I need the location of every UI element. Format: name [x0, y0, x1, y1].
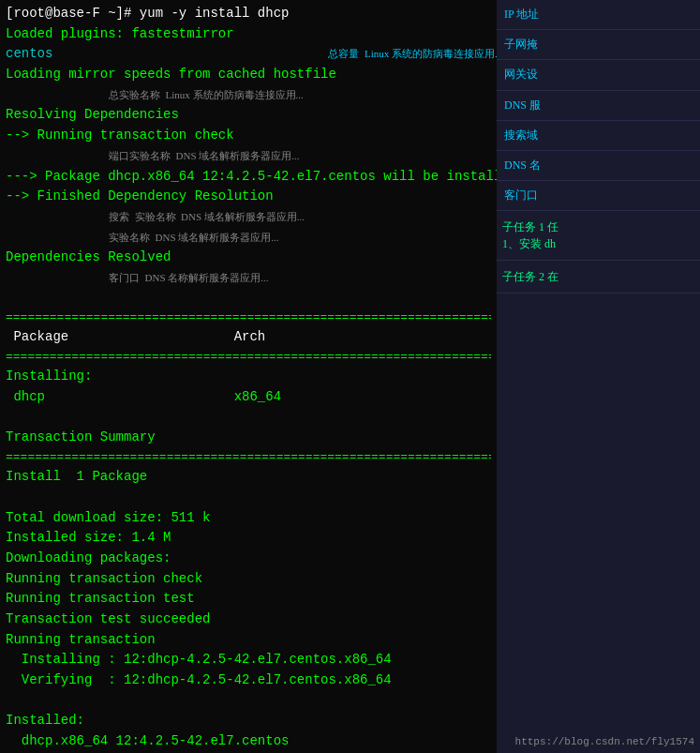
installed-size: Installed size: 1.4 M	[6, 528, 491, 549]
sidebar-panel: IP 地址 子网掩 网关设 DNS 服 搜索域 DNS 名 客门口 子任务 1 …	[497, 0, 700, 753]
verifying-package: Verifying : 12:dhcp-4.2.5-42.el7.centos.…	[6, 670, 491, 691]
sidebar-item-dns2[interactable]: DNS 名	[497, 151, 700, 181]
separator-2: ========================================…	[6, 348, 491, 367]
terminal-line-7: 端口实验名称 DNS 域名解析服务器应用...	[6, 146, 491, 167]
download-size: Total download size: 511 k	[6, 508, 491, 529]
terminal-line-9: --> Finished Dependency Resolution	[6, 187, 491, 207]
terminal-line-13: 客门口 DNS 名称解析服务器应用...	[6, 268, 491, 289]
sidebar-url: https://blog.csdn.net/fly1574	[515, 736, 694, 747]
installed-package: dhcp.x86_64 12:4.2.5-42.el7.centos	[6, 731, 491, 752]
table-header: Package Arch	[6, 327, 491, 348]
sidebar-item-subnet-label: 子网掩	[504, 38, 538, 51]
terminal-line-empty2	[6, 408, 491, 429]
terminal-line-4: 总实验名称 Linux 系统的防病毒连接应用...	[6, 85, 491, 106]
terminal-line-empty1	[6, 289, 491, 309]
installed-label: Installed:	[6, 711, 491, 731]
separator-3: ========================================…	[6, 448, 491, 467]
terminal-line-5: Resolving Dependencies	[6, 105, 491, 126]
sidebar-item-dns2-label: DNS 名	[504, 158, 541, 172]
sidebar-item-gateway2[interactable]: 客门口	[497, 181, 700, 211]
dhcp-package-row: dhcp x86_64	[6, 387, 491, 408]
terminal-line-10: 搜索 实验名称 DNS 域名解析服务器应用...	[6, 207, 491, 228]
sidebar-item-dns1-label: DNS 服	[504, 98, 541, 112]
sidebar-task1-sublabel: 1、安装 dh	[502, 235, 694, 252]
sidebar-item-gateway[interactable]: 网关设	[497, 60, 700, 90]
terminal-line-empty4	[6, 691, 491, 712]
transaction-summary: Transaction Summary	[6, 428, 491, 448]
installing-label: Installing:	[6, 367, 491, 387]
installing-package: Installing : 12:dhcp-4.2.5-42.el7.centos…	[6, 650, 491, 670]
sidebar-task2: 子任务 2 在	[497, 261, 700, 294]
sidebar-task2-label: 子任务 2 在	[502, 268, 694, 285]
terminal-line-1: Loaded plugins: fastestmirror	[6, 24, 491, 45]
running-check: Running transaction check	[6, 569, 491, 590]
sidebar-item-gateway-label: 网关设	[504, 68, 538, 81]
terminal-panel: [root@base-F ~]# yum -y install dhcp Loa…	[0, 0, 497, 753]
running-test: Running transaction test	[6, 589, 491, 610]
downloading-packages: Downloading packages:	[6, 549, 491, 569]
sidebar-item-dns1[interactable]: DNS 服	[497, 91, 700, 121]
running-transaction: Running transaction	[6, 630, 491, 651]
sidebar-item-gateway2-label: 客门口	[504, 188, 538, 202]
terminal-line-8: ---> Package dhcp.x86_64 12:4.2.5-42.el7…	[6, 167, 491, 188]
terminal-line-6: --> Running transaction check	[6, 126, 491, 146]
install-count: Install 1 Package	[6, 467, 491, 488]
sidebar-item-search[interactable]: 搜索域	[497, 121, 700, 151]
separator-1: ========================================…	[6, 309, 491, 327]
sidebar-item-ip[interactable]: IP 地址	[497, 0, 700, 30]
test-succeeded: Transaction test succeeded	[6, 610, 491, 630]
terminal-line-2: centos 总容量 Linux 系统的防病毒连接应用...	[6, 44, 491, 65]
sidebar-item-ip-label: IP 地址	[504, 8, 539, 21]
sidebar-task1: 子任务 1 任 1、安装 dh	[497, 211, 700, 261]
terminal-line-0: [root@base-F ~]# yum -y install dhcp	[6, 4, 491, 24]
sidebar-task1-label: 子任务 1 任	[502, 218, 694, 235]
sidebar-item-search-label: 搜索域	[504, 128, 538, 142]
terminal-line-11: 实验名称 DNS 域名解析服务器应用...	[6, 228, 491, 248]
terminal-line-empty3	[6, 488, 491, 508]
terminal-line-3: Loading mirror speeds from cached hostfi…	[6, 65, 491, 85]
sidebar-item-subnet[interactable]: 子网掩	[497, 30, 700, 60]
terminal-line-12: Dependencies Resolved	[6, 248, 491, 268]
